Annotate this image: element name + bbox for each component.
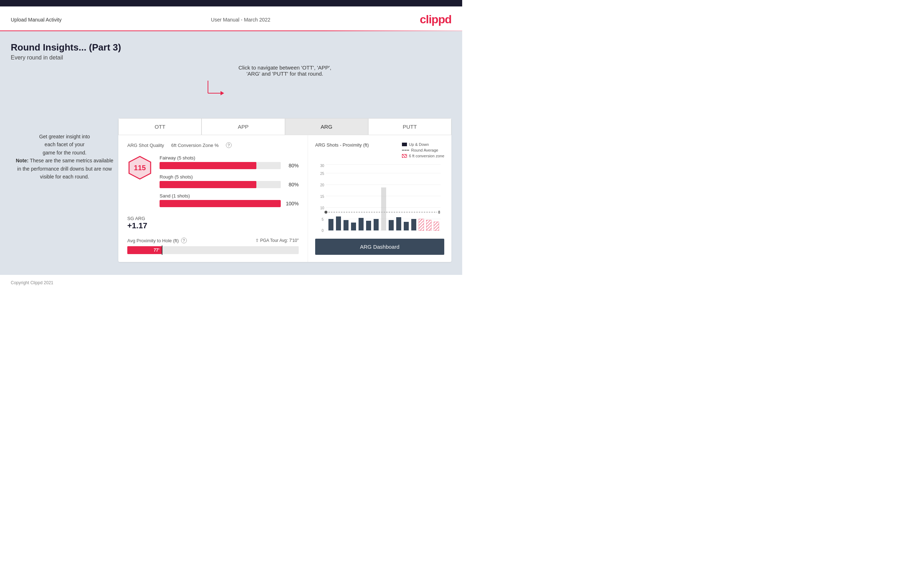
fairway-bar-fill <box>160 162 256 169</box>
shot-quality-label: ARG Shot Quality <box>127 143 164 148</box>
rough-row: Rough (5 shots) 80% <box>160 174 299 188</box>
svg-rect-22 <box>336 216 341 230</box>
proximity-label: Avg Proximity to Hole (ft) <box>127 238 179 243</box>
rough-pct: 80% <box>284 182 299 187</box>
legend-conversion-zone: 6 ft conversion zone <box>402 154 444 158</box>
svg-rect-23 <box>344 220 349 230</box>
left-panel-note: Get greater insight into each facet of y… <box>11 126 118 188</box>
legend-box-icon <box>402 143 407 146</box>
svg-rect-32 <box>411 219 416 230</box>
card-right: ARG Shots - Proximity (ft) Up & Down Rou… <box>308 135 451 262</box>
svg-rect-31 <box>404 222 409 230</box>
main-card: OTT APP ARG PUTT ARG Shot Quality 6ft Co… <box>118 118 451 262</box>
tab-ott[interactable]: OTT <box>118 118 202 135</box>
pga-avg: ⇧ PGA Tour Avg: 7'10" <box>255 238 299 243</box>
svg-text:25: 25 <box>320 172 325 176</box>
svg-text:30: 30 <box>320 164 325 168</box>
rough-bar-container <box>160 181 281 188</box>
sand-bar-fill <box>160 200 281 207</box>
fairway-label: Fairway (5 shots) <box>160 155 299 161</box>
proximity-marker <box>162 245 162 255</box>
svg-text:10: 10 <box>320 206 325 210</box>
content-layout: Get greater insight into each facet of y… <box>11 97 451 262</box>
svg-text:8: 8 <box>438 210 440 214</box>
header-left: Upload Manual Activity <box>11 17 62 23</box>
card-body: ARG Shot Quality 6ft Conversion Zone % ?… <box>118 135 451 262</box>
upload-manual-link[interactable]: Upload Manual Activity <box>11 17 62 23</box>
proximity-bar-fill: 77' <box>127 246 162 254</box>
sg-section: SG ARG +1.17 <box>127 216 299 230</box>
chart-header: ARG Shots - Proximity (ft) Up & Down Rou… <box>315 142 444 158</box>
svg-rect-24 <box>351 222 356 230</box>
svg-rect-29 <box>389 220 394 230</box>
tab-app[interactable]: APP <box>202 118 285 135</box>
fairway-row: Fairway (5 shots) 80% <box>160 155 299 169</box>
fairway-pct: 80% <box>284 163 299 168</box>
rough-bar-fill <box>160 181 256 188</box>
legend-up-down: Up & Down <box>402 142 444 147</box>
hex-number: 115 <box>134 164 145 172</box>
proximity-header: Avg Proximity to Hole (ft) ? ⇧ PGA Tour … <box>127 238 299 243</box>
svg-text:0: 0 <box>321 229 324 232</box>
nav-hint: Click to navigate between 'OTT', 'APP', … <box>118 64 451 77</box>
section-header: ARG Shot Quality 6ft Conversion Zone % ? <box>127 142 299 148</box>
tab-arg[interactable]: ARG <box>285 118 368 135</box>
legend-dashed-icon <box>402 150 409 150</box>
svg-point-19 <box>325 211 327 214</box>
svg-rect-30 <box>396 217 401 230</box>
svg-text:20: 20 <box>320 183 325 187</box>
chart-svg: 0 5 10 15 20 25 30 <box>315 162 444 233</box>
card-left: ARG Shot Quality 6ft Conversion Zone % ?… <box>118 135 308 262</box>
note-rest: These are the same metrics available in … <box>17 158 113 180</box>
sg-value: +1.17 <box>127 221 299 230</box>
svg-rect-34 <box>419 219 424 230</box>
sand-label: Sand (1 shots) <box>160 193 299 198</box>
svg-rect-35 <box>426 220 431 230</box>
footer: Copyright Clippd 2021 <box>0 275 462 291</box>
svg-marker-2 <box>221 91 224 95</box>
svg-text:5: 5 <box>321 218 324 221</box>
sand-pct: 100% <box>284 201 299 206</box>
header: Upload Manual Activity User Manual - Mar… <box>0 6 462 31</box>
fairway-bar-container <box>160 162 281 169</box>
legend-hatch-icon <box>402 154 407 158</box>
note-bold: Note: <box>16 158 29 163</box>
shot-quality-bars: Fairway (5 shots) 80% Rough (5 shots) <box>160 155 299 212</box>
proximity-value: 77' <box>153 248 159 253</box>
left-panel: Get greater insight into each facet of y… <box>11 97 118 262</box>
logo: clippd <box>420 13 451 26</box>
rough-label: Rough (5 shots) <box>160 174 299 180</box>
svg-text:15: 15 <box>320 195 325 198</box>
top-bar <box>0 0 462 6</box>
tabs-container: OTT APP ARG PUTT <box>118 118 451 135</box>
page-title: Round Insights... (Part 3) <box>11 42 451 53</box>
proximity-help-icon[interactable]: ? <box>181 238 187 243</box>
tab-putt[interactable]: PUTT <box>368 118 451 135</box>
proximity-section: Avg Proximity to Hole (ft) ? ⇧ PGA Tour … <box>127 238 299 254</box>
copyright: Copyright Clippd 2021 <box>11 280 53 285</box>
conversion-label: 6ft Conversion Zone % <box>171 143 219 148</box>
sand-row: Sand (1 shots) 100% <box>160 193 299 207</box>
hex-container: 115 Fairway (5 shots) 80% <box>127 155 299 212</box>
help-icon[interactable]: ? <box>226 142 232 148</box>
sg-label: SG ARG <box>127 216 299 221</box>
chart-legend: Up & Down Round Average 6 ft conversion … <box>402 142 444 158</box>
nav-arrow-icon <box>204 79 226 98</box>
arg-dashboard-button[interactable]: ARG Dashboard <box>315 239 444 255</box>
hex-score: 115 <box>127 155 152 180</box>
chart-title: ARG Shots - Proximity (ft) <box>315 142 369 148</box>
chart-area: 0 5 10 15 20 25 30 <box>315 162 444 233</box>
svg-rect-36 <box>434 222 439 230</box>
main-content: Round Insights... (Part 3) Every round i… <box>0 31 462 275</box>
svg-rect-21 <box>328 219 333 230</box>
svg-rect-27 <box>374 219 379 230</box>
proximity-bar-container: 77' <box>127 246 299 254</box>
page-subtitle: Every round in detail <box>11 55 451 61</box>
svg-rect-25 <box>359 218 363 230</box>
svg-rect-26 <box>366 221 371 230</box>
doc-label: User Manual - March 2022 <box>211 17 270 23</box>
legend-round-avg: Round Average <box>402 148 444 152</box>
sand-bar-container <box>160 200 281 207</box>
svg-rect-28 <box>381 187 386 230</box>
